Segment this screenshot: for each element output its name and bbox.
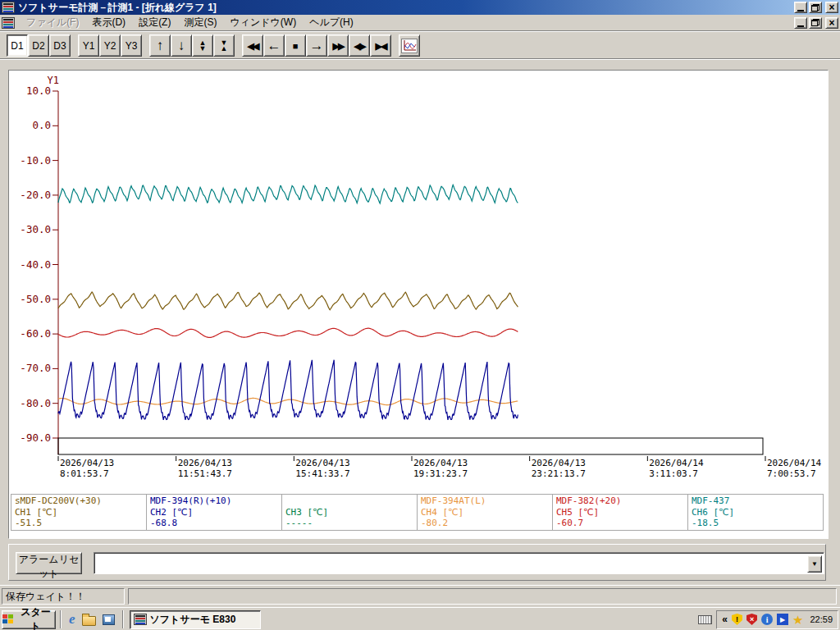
trace-ch2	[58, 360, 518, 420]
step-back-icon: ←	[267, 39, 281, 52]
toolbar-button-scroll-down[interactable]: ↓	[171, 34, 192, 57]
alarm-panel: アラームリセット ▼	[8, 544, 826, 581]
toolbar-button-y2[interactable]: Y2	[99, 34, 121, 57]
taskbar-clock: 22:59	[807, 614, 833, 624]
toolbar-button-y1[interactable]: Y1	[78, 34, 99, 57]
x-tick-label-3: 2026/04/13 19:31:23.7	[413, 458, 468, 479]
channel-value: -----	[285, 518, 417, 529]
app-icon	[134, 614, 147, 625]
legend-cell-ch1: sMDF-DC200V(+30)CH1 [℃]-51.5	[11, 494, 147, 531]
close-button[interactable]: ×	[825, 2, 838, 13]
channel-label: CH2 [℃]	[150, 507, 281, 518]
svg-text:-90.0: -90.0	[20, 431, 51, 444]
show-desktop-icon[interactable]	[103, 614, 115, 625]
security-alert-icon[interactable]: ×	[746, 614, 757, 625]
internet-explorer-icon[interactable]: e	[69, 613, 75, 626]
tray-chevron-icon[interactable]: «	[722, 614, 728, 625]
compress-x-icon: ▶◀	[376, 41, 386, 51]
toolbar-button-graph-view[interactable]	[399, 34, 420, 57]
legend-cell-ch4: MDF-394AT(L)CH4 [℃]-80.2	[417, 494, 553, 531]
svg-text:-10.0: -10.0	[20, 154, 51, 167]
scroll-down-icon: ↓	[178, 39, 185, 52]
channel-value: -60.7	[556, 518, 687, 529]
graph-panel: Y110.00.0-10.0-20.0-30.0-40.0-50.0-60.0-…	[8, 70, 829, 539]
svg-text:-60.0: -60.0	[20, 327, 51, 340]
menu-item-5[interactable]: ヘルプ(H)	[303, 14, 360, 31]
minimize-button[interactable]	[794, 2, 807, 13]
menu-item-4[interactable]: ウィンドウ(W)	[223, 14, 303, 31]
media-play-icon[interactable]: ▶	[777, 614, 788, 625]
statusbar: 保存ウェイト！！	[0, 585, 840, 607]
scroll-up-icon: ↑	[157, 39, 164, 52]
channel-value: -68.8	[150, 518, 281, 529]
svg-text:-40.0: -40.0	[20, 258, 51, 271]
window-titlebar: ソフトサーモ計測－計測1 - [折れ線グラフ 1] ×	[0, 0, 840, 15]
taskbar-task-button[interactable]: ソフトサーモ E830	[130, 610, 261, 629]
quick-launch-bar: e	[66, 613, 118, 626]
svg-text:-20.0: -20.0	[20, 189, 51, 201]
toolbar-button-d3[interactable]: D3	[49, 34, 71, 57]
folder-icon[interactable]	[82, 616, 96, 626]
expand-y-icon: ▲▼	[199, 40, 207, 52]
menu-items: ファイル(F)表示(D)設定(Z)測定(S)ウィンドウ(W)ヘルプ(H)	[20, 14, 794, 31]
toolbar-button-step-forward[interactable]: →	[306, 34, 327, 57]
menu-item-1[interactable]: 表示(D)	[85, 14, 132, 31]
toolbar-group-4	[399, 34, 420, 57]
taskbar-divider	[60, 610, 62, 628]
toolbar-button-expand-x[interactable]: ◀▶	[349, 34, 370, 57]
menu-item-3[interactable]: 測定(S)	[177, 14, 223, 31]
trace-ch5	[58, 328, 518, 337]
channel-name: MDF-394(R)(+10)	[150, 495, 281, 507]
trace-ch4	[58, 398, 518, 404]
toolbar-button-fast-forward[interactable]: ▶▶	[327, 34, 349, 57]
toolbar-button-y3[interactable]: Y3	[121, 34, 142, 57]
child-minimize-button[interactable]	[794, 17, 807, 29]
window-title: ソフトサーモ計測－計測1 - [折れ線グラフ 1]	[18, 0, 794, 15]
taskbar-divider	[122, 610, 124, 628]
toolbar-button-d2[interactable]: D2	[28, 34, 49, 57]
legend-cell-ch3: CH3 [℃]-----	[281, 494, 418, 531]
keyboard-layout-icon[interactable]	[698, 615, 712, 624]
toolbar-button-fast-rewind[interactable]: ◀◀	[242, 34, 263, 57]
start-button[interactable]: スタート	[2, 610, 56, 629]
toolbar-button-stop[interactable]: ■	[285, 34, 306, 57]
security-warning-icon[interactable]: !	[732, 614, 742, 625]
channel-label: CH6 [℃]	[692, 507, 823, 518]
child-close-button[interactable]: ×	[825, 17, 838, 29]
toolbar-button-expand-y[interactable]: ▲▼	[192, 34, 213, 57]
child-restore-button[interactable]	[809, 17, 822, 29]
start-button-label: スタート	[16, 605, 55, 630]
menu-item-2[interactable]: 設定(Z)	[132, 14, 177, 31]
toolbar: D1D2D3Y1Y2Y3↑↓▲▼▼▲◀◀←■→▶▶◀▶▶◀	[0, 33, 840, 59]
x-tick-label-2: 2026/04/13 15:41:33.7	[295, 458, 349, 479]
taskbar: スタート e ソフトサーモ E830 « ! × i ▶ ★ 22:59	[0, 607, 840, 630]
x-tick-label-6: 2026/04/14 7:00:53.7	[767, 458, 821, 479]
alarm-combobox[interactable]: ▼	[94, 552, 824, 574]
alarm-reset-button[interactable]: アラームリセット	[16, 552, 82, 574]
toolbar-group-0: D1D2D3	[7, 34, 71, 57]
channel-legend: sMDF-DC200V(+30)CH1 [℃]-51.5MDF-394(R)(+…	[9, 494, 829, 532]
channel-value: -80.2	[421, 518, 552, 529]
toolbar-group-2: ↑↓▲▼▼▲	[149, 34, 235, 57]
toolbar-button-d1[interactable]: D1	[7, 34, 28, 57]
step-forward-icon: →	[310, 39, 324, 52]
workspace: Y110.00.0-10.0-20.0-30.0-40.0-50.0-60.0-…	[0, 60, 840, 585]
toolbar-button-compress-x[interactable]: ▶◀	[370, 34, 391, 57]
star-icon[interactable]: ★	[792, 614, 803, 626]
info-balloon-icon[interactable]: i	[761, 614, 773, 625]
channel-label: CH4 [℃]	[421, 507, 552, 518]
channel-value: -51.5	[15, 518, 146, 529]
child-restore-icon	[811, 19, 819, 26]
document-window-icon[interactable]	[2, 17, 15, 29]
toolbar-button-step-back[interactable]: ←	[263, 34, 285, 57]
toolbar-button-compress-y[interactable]: ▼▲	[213, 34, 235, 57]
restore-button[interactable]	[809, 2, 822, 13]
toolbar-button-scroll-up[interactable]: ↑	[149, 34, 171, 57]
channel-value: -18.5	[692, 518, 823, 529]
svg-text:-80.0: -80.0	[20, 397, 51, 409]
x-tick-label-1: 2026/04/13 11:51:43.7	[178, 458, 232, 479]
channel-name: sMDF-DC200V(+30)	[15, 495, 146, 507]
combobox-dropdown-button[interactable]: ▼	[807, 555, 822, 573]
x-tick-label-0: 2026/04/13 8:01:53.7	[60, 458, 114, 479]
graph-icon	[401, 39, 418, 53]
